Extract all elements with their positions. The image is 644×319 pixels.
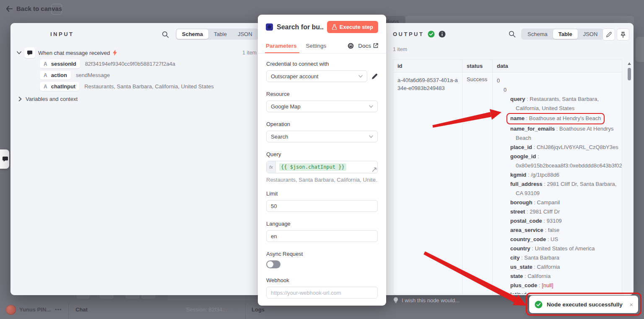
tab-settings[interactable]: Settings: [306, 38, 327, 53]
field-value: 82f34194ef9340cc9f0b5881727f2a4a: [85, 61, 175, 67]
operation-value: Search: [271, 134, 288, 140]
edit-credential-pencil-icon[interactable]: [371, 73, 378, 80]
input-panel-title: INPUT: [50, 31, 74, 37]
data-entry: us_stateCalifornia: [510, 262, 622, 272]
credential-label: Credential to connect with: [266, 61, 378, 67]
chat-trigger-node-peek: [0, 149, 9, 169]
input-item-count: 1 item: [242, 50, 257, 56]
name-highlight-annotation: nameBoathouse at Hendry's Beach: [506, 113, 605, 124]
language-label: Language: [266, 221, 378, 227]
tab-parameters[interactable]: Parameters: [266, 38, 297, 53]
query-expression: {{ $json.chatInput }}: [279, 163, 346, 171]
column-data: data: [493, 60, 622, 72]
string-type-icon: A: [44, 72, 47, 78]
node-header: Search for bu... Execute step: [258, 15, 386, 38]
schema-field-row: AchatInput Restaurants, Santa Barbara, C…: [40, 82, 214, 91]
schema-field-row: Aaction sendMessage: [40, 71, 110, 80]
shortcut-badge: [51, 4, 62, 15]
data-entry: full_address2981 Cliff Dr, Santa Barbara…: [510, 180, 622, 198]
edit-output-button[interactable]: [602, 28, 615, 41]
chat-trigger-node-icon: [24, 47, 35, 58]
community-package-icon[interactable]: [348, 43, 354, 49]
query-label: Query: [266, 151, 378, 157]
column-id: id: [393, 60, 462, 72]
background-panel-edge: [636, 37, 644, 62]
session-label[interactable]: Session: 82f34...: [186, 306, 227, 313]
resource-value: Google Map: [271, 103, 301, 110]
async-request-toggle[interactable]: [266, 260, 280, 268]
execute-step-button[interactable]: Execute step: [327, 21, 378, 33]
avatar[interactable]: [6, 305, 16, 315]
toast-check-icon: [535, 301, 543, 309]
chat-tab[interactable]: Chat: [75, 306, 88, 313]
input-tab-table[interactable]: Table: [208, 29, 232, 39]
webhook-input[interactable]: [266, 287, 378, 298]
data-entry: countryUnited States of America: [510, 244, 622, 253]
credential-value: Outscraper account: [271, 73, 318, 80]
variables-and-context-toggle[interactable]: Variables and context: [18, 96, 78, 102]
data-entry: name_for_emailsBoathouse At Hendrys Beac…: [510, 124, 622, 143]
input-search-icon[interactable]: [162, 31, 169, 40]
data-entry: latitude34.4032167: [510, 290, 622, 294]
column-status: status: [462, 60, 493, 72]
output-tab-schema[interactable]: Schema: [522, 29, 553, 39]
operation-select[interactable]: Search: [266, 131, 378, 142]
cell-status: Success: [462, 72, 493, 294]
field-value: Restaurants, Santa Barbara, California, …: [84, 83, 214, 90]
data-entry: street2981 Cliff Dr: [510, 207, 622, 216]
docs-label: Docs: [358, 43, 371, 49]
output-tab-table[interactable]: Table: [553, 29, 578, 39]
field-action[interactable]: Aaction: [40, 71, 71, 80]
success-toast: Node executed successfully ×: [529, 296, 638, 313]
string-type-icon: A: [44, 84, 47, 90]
node-feedback-link[interactable]: I wish this node would...: [393, 297, 460, 304]
parameters-form: Credential to connect with Outscraper ac…: [258, 54, 386, 298]
execute-step-label: Execute step: [340, 24, 373, 30]
output-scrollbar[interactable]: [627, 62, 632, 292]
field-chatinput[interactable]: AchatInput: [40, 82, 79, 91]
field-key: chatInput: [51, 83, 76, 90]
node-title[interactable]: Search for bu...: [277, 23, 323, 31]
scrollbar-thumb[interactable]: [628, 68, 631, 80]
chevron-down-icon: [369, 135, 373, 138]
data-entry: queryRestaurants, Santa Barbara, Califor…: [510, 95, 622, 113]
data-entry: plus_code[null]: [510, 281, 622, 290]
input-node-label: When chat message received: [38, 50, 110, 56]
data-index: 0: [497, 76, 622, 85]
toast-message: Node executed successfully: [547, 301, 625, 308]
field-sessionid[interactable]: AsessionId: [40, 59, 80, 68]
input-view-switcher: Schema Table JSON: [176, 28, 259, 40]
docs-link[interactable]: Docs: [358, 43, 378, 49]
user-menu-dots-icon[interactable]: •••: [55, 306, 62, 313]
logs-tab[interactable]: Logs: [252, 306, 265, 313]
input-node-row[interactable]: When chat message received 1 item: [17, 47, 257, 58]
node-settings-panel: Search for bu... Execute step Parameters…: [258, 15, 386, 306]
flask-icon: [332, 24, 337, 30]
language-input[interactable]: [266, 230, 378, 242]
query-preview: Restaurants, Santa Barbara, California, …: [266, 177, 378, 183]
chevron-down-icon: [369, 105, 373, 108]
input-tab-schema[interactable]: Schema: [177, 29, 208, 39]
pencil-icon: [606, 32, 612, 37]
info-icon[interactable]: [439, 31, 446, 38]
string-type-icon: A: [44, 61, 47, 67]
pin-data-button[interactable]: [617, 28, 629, 41]
expand-expression-icon[interactable]: [372, 167, 377, 172]
outscraper-node-icon: [266, 23, 273, 31]
resource-select[interactable]: Google Map: [266, 100, 378, 112]
output-tab-json[interactable]: JSON: [578, 29, 603, 39]
query-expression-input[interactable]: fx {{ $json.chatInput }}: [266, 161, 378, 173]
toast-close-icon[interactable]: ×: [629, 301, 633, 308]
data-entry: kgmid/g/1tpc88d6: [510, 170, 622, 180]
field-key: sessionId: [51, 61, 76, 67]
scroll-up-arrow-icon[interactable]: [627, 62, 631, 65]
credential-select[interactable]: Outscraper account: [266, 70, 367, 82]
input-tab-json[interactable]: JSON: [232, 29, 258, 39]
limit-input[interactable]: [266, 200, 378, 212]
output-table-header: id status data: [393, 60, 622, 72]
output-table-row: a-40fa6d69-8537-401a-a34e-e0983b249483 S…: [393, 72, 622, 294]
user-name[interactable]: Yunus PIN...: [19, 306, 51, 313]
cell-data: 0 0 queryRestaurants, Santa Barbara, Cal…: [493, 72, 622, 294]
session-reset-icon[interactable]: ↺: [233, 305, 239, 313]
output-search-icon[interactable]: [509, 31, 516, 39]
